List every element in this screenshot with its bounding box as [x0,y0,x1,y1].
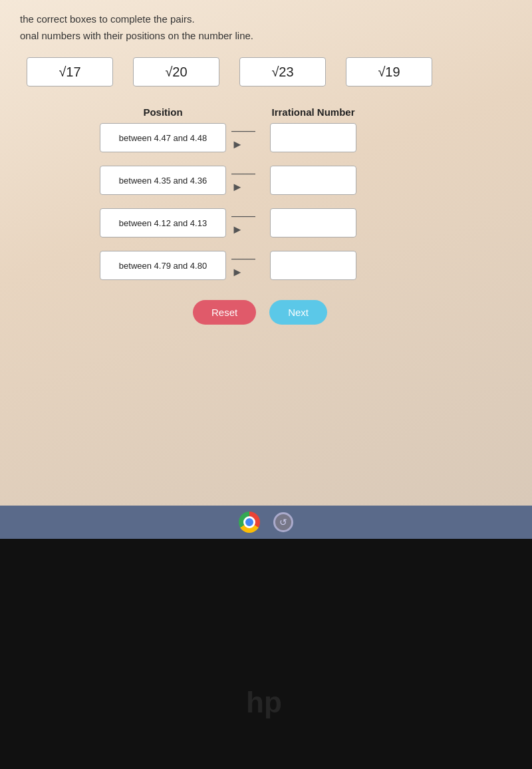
answer-option-sqrt20[interactable]: √20 [133,57,219,86]
drop-box-4[interactable] [270,251,356,280]
answer-option-sqrt17[interactable]: √17 [27,57,113,86]
laptop-body: hp [0,539,532,769]
pair-row-2: between 4.35 and 4.36 ——► [100,166,512,195]
position-box-4: between 4.79 and 4.80 [100,251,226,280]
next-button[interactable]: Next [269,300,327,325]
pair-row-1: between 4.47 and 4.48 ——► [100,123,512,152]
position-box-1: between 4.47 and 4.48 [100,123,226,152]
position-box-2: between 4.35 and 4.36 [100,166,226,195]
arrow-3: ——► [231,209,265,237]
clock-icon[interactable]: ↺ [273,512,293,532]
answer-options-row: √17 √20 √23 √19 [27,57,512,86]
buttons-row: Reset Next [193,300,512,325]
instruction-1: the correct boxes to complete the pairs. [20,13,512,25]
arrow-4: ——► [231,251,265,279]
hp-logo: hp [239,676,293,729]
drop-box-3[interactable] [270,208,356,237]
chrome-icon[interactable] [239,512,260,533]
column-headers: Position Irrational Number [100,106,512,118]
pair-row-4: between 4.79 and 4.80 ——► [100,251,512,280]
arrow-spacer [226,106,270,118]
answer-option-sqrt23[interactable]: √23 [239,57,326,86]
pair-row-3: between 4.12 and 4.13 ——► [100,208,512,237]
taskbar: ↺ [0,506,532,539]
main-screen: the correct boxes to complete the pairs.… [0,0,532,506]
arrow-1: ——► [231,124,265,152]
pairs-container: between 4.47 and 4.48 ——► between 4.35 a… [100,123,512,280]
arrow-2: ——► [231,166,265,194]
reset-button[interactable]: Reset [193,300,256,325]
irrational-header: Irrational Number [270,106,356,118]
position-header: Position [100,106,226,118]
instruction-2: onal numbers with their positions on the… [20,30,512,41]
svg-text:hp: hp [246,686,282,718]
position-box-3: between 4.12 and 4.13 [100,208,226,237]
drop-box-2[interactable] [270,166,356,195]
answer-option-sqrt19[interactable]: √19 [346,57,432,86]
drop-box-1[interactable] [270,123,356,152]
